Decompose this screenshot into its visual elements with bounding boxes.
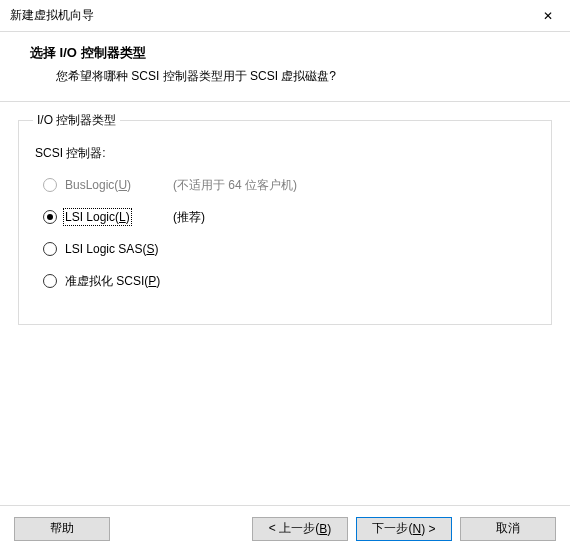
wizard-header: 选择 I/O 控制器类型 您希望将哪种 SCSI 控制器类型用于 SCSI 虚拟… — [0, 32, 570, 102]
radio-icon — [43, 274, 57, 288]
page-title: 选择 I/O 控制器类型 — [30, 44, 552, 62]
wizard-window: 新建虚拟机向导 ✕ 选择 I/O 控制器类型 您希望将哪种 SCSI 控制器类型… — [0, 0, 570, 551]
window-title: 新建虚拟机向导 — [10, 7, 528, 24]
radio-icon — [43, 210, 57, 224]
radio-icon — [43, 178, 57, 192]
radio-label: 准虚拟化 SCSI(P) — [65, 273, 173, 290]
radio-label: LSI Logic(L) — [65, 210, 173, 224]
scsi-controller-label: SCSI 控制器: — [35, 145, 537, 162]
wizard-body: I/O 控制器类型 SCSI 控制器: BusLogic(U) (不适用于 64… — [0, 102, 570, 505]
group-legend: I/O 控制器类型 — [33, 112, 120, 129]
radio-pvscsi[interactable]: 准虚拟化 SCSI(P) — [43, 272, 537, 290]
next-button[interactable]: 下一步(N) > — [356, 517, 452, 541]
radio-label: BusLogic(U) — [65, 178, 173, 192]
titlebar: 新建虚拟机向导 ✕ — [0, 0, 570, 32]
radio-label: LSI Logic SAS(S) — [65, 242, 173, 256]
controller-type-group: I/O 控制器类型 SCSI 控制器: BusLogic(U) (不适用于 64… — [18, 112, 552, 325]
radio-lsilogic[interactable]: LSI Logic(L) (推荐) — [43, 208, 537, 226]
wizard-footer: 帮助 < 上一步(B) 下一步(N) > 取消 — [0, 505, 570, 551]
radio-buslogic: BusLogic(U) (不适用于 64 位客户机) — [43, 176, 537, 194]
radio-lsilogicsas[interactable]: LSI Logic SAS(S) — [43, 240, 537, 258]
back-button[interactable]: < 上一步(B) — [252, 517, 348, 541]
page-subtitle: 您希望将哪种 SCSI 控制器类型用于 SCSI 虚拟磁盘? — [30, 68, 552, 85]
close-icon[interactable]: ✕ — [528, 0, 568, 31]
radio-note: (不适用于 64 位客户机) — [173, 177, 297, 194]
radio-note: (推荐) — [173, 209, 205, 226]
cancel-button[interactable]: 取消 — [460, 517, 556, 541]
help-button[interactable]: 帮助 — [14, 517, 110, 541]
radio-icon — [43, 242, 57, 256]
